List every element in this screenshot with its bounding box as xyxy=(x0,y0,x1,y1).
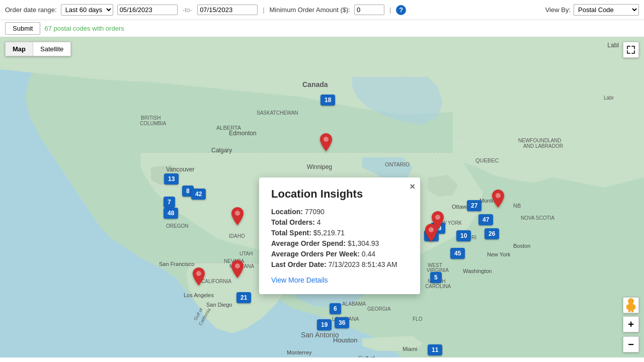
popup-last-order: Last Order Date: 7/13/2023 8:51:43 AM xyxy=(271,260,408,268)
satellite-btn[interactable]: Satellite xyxy=(33,42,70,56)
svg-text:Houston: Houston xyxy=(333,336,357,344)
svg-text:Labr: Labr xyxy=(604,95,614,101)
svg-text:Calgary: Calgary xyxy=(211,147,232,154)
svg-text:Boston: Boston xyxy=(513,243,530,249)
popup-location: Location: 77090 xyxy=(271,208,408,216)
popup-avg-order-value: $1,304.93 xyxy=(348,239,379,247)
cluster-marker[interactable]: 5 xyxy=(430,272,442,283)
svg-text:RI: RI xyxy=(471,235,476,240)
popup-total-spent-label: Total Spent: xyxy=(271,229,311,237)
map-btn[interactable]: Map xyxy=(6,42,33,56)
cluster-marker[interactable]: 48 xyxy=(164,208,178,219)
location-insights-popup: × Location Insights Location: 77090 Tota… xyxy=(259,177,420,294)
cluster-marker[interactable]: 42 xyxy=(191,189,206,200)
svg-text:UTAH: UTAH xyxy=(239,251,253,256)
svg-text:Miami: Miami xyxy=(403,346,417,352)
popup-total-orders: Total Orders: 4 xyxy=(271,218,408,226)
svg-rect-74 xyxy=(628,310,630,312)
date-from-input[interactable] xyxy=(117,5,178,15)
cluster-marker[interactable]: 10 xyxy=(456,230,471,241)
fullscreen-button[interactable] xyxy=(623,42,639,58)
zoom-in-button[interactable]: + xyxy=(623,316,639,332)
cluster-marker[interactable]: 13 xyxy=(164,173,179,185)
svg-rect-72 xyxy=(626,305,628,309)
svg-point-76 xyxy=(235,211,240,216)
cluster-marker[interactable]: 26 xyxy=(485,228,499,239)
date-to-input[interactable] xyxy=(197,5,258,15)
view-by-select[interactable]: Postal Code State Country xyxy=(574,4,639,16)
popup-avg-order-label: Average Order Spend: xyxy=(271,239,346,247)
cluster-marker[interactable]: 45 xyxy=(450,248,465,259)
view-by-label: View By: xyxy=(545,6,571,14)
cluster-marker[interactable]: 27 xyxy=(467,200,481,211)
svg-rect-71 xyxy=(628,304,634,311)
cluster-marker[interactable]: 18 xyxy=(320,95,335,106)
pin-marker[interactable] xyxy=(320,133,332,153)
popup-avg-orders-week: Average Orders Per Week: 0.44 xyxy=(271,250,408,258)
svg-text:FLO: FLO xyxy=(413,316,423,322)
svg-text:Monterrey: Monterrey xyxy=(287,349,312,355)
pin-marker[interactable] xyxy=(193,267,205,287)
svg-text:Vancouver: Vancouver xyxy=(166,166,194,173)
svg-text:Edmonton: Edmonton xyxy=(229,130,257,137)
svg-text:Washington: Washington xyxy=(463,268,492,274)
popup-location-value: 77090 xyxy=(305,208,325,216)
cluster-marker[interactable]: 7 xyxy=(164,197,175,208)
date-separator: -to- xyxy=(182,6,194,14)
popup-total-orders-value: 4 xyxy=(317,218,321,226)
help-icon[interactable]: ? xyxy=(396,5,406,15)
pin-marker[interactable] xyxy=(231,260,244,280)
cluster-marker[interactable]: 47 xyxy=(478,214,493,225)
svg-text:IDAHO: IDAHO xyxy=(229,233,245,239)
popup-avg-orders-week-label: Average Orders Per Week: xyxy=(271,250,360,258)
map-label-partial: Labl xyxy=(607,42,619,49)
pin-marker[interactable] xyxy=(231,207,244,227)
popup-last-order-label: Last Order Date: xyxy=(271,260,327,268)
topbar: Order date range: Last 60 days Last 30 d… xyxy=(0,0,644,20)
map-container[interactable]: Canada ALBERTA SASKATCHEWAN BRITISH COLU… xyxy=(0,37,644,357)
svg-text:AND LABRADOR: AND LABRADOR xyxy=(523,143,563,149)
cluster-marker[interactable]: 36 xyxy=(335,317,349,328)
view-by-container: View By: Postal Code State Country xyxy=(545,4,639,16)
svg-text:Winnipeg: Winnipeg xyxy=(307,163,332,170)
svg-text:NB: NB xyxy=(513,203,521,209)
svg-point-82 xyxy=(429,227,434,232)
submit-button[interactable]: Submit xyxy=(5,22,40,35)
postal-count-text: 67 postal codes with orders xyxy=(44,25,124,32)
popup-close-button[interactable]: × xyxy=(410,182,415,192)
svg-text:New York: New York xyxy=(487,251,511,257)
svg-rect-73 xyxy=(633,305,635,309)
svg-point-77 xyxy=(235,263,240,268)
pipe-separator2: | xyxy=(388,6,392,14)
map-type-control: Map Satellite xyxy=(5,42,71,56)
order-date-range-label: Order date range: xyxy=(5,6,57,14)
svg-text:CALIFORNIA: CALIFORNIA xyxy=(201,279,231,284)
svg-text:SASKATCHEWAN: SASKATCHEWAN xyxy=(257,110,298,116)
popup-avg-order: Average Order Spend: $1,304.93 xyxy=(271,239,408,247)
streetview-button[interactable] xyxy=(623,297,639,313)
popup-location-label: Location: xyxy=(271,208,303,216)
svg-text:ALABAMA: ALABAMA xyxy=(342,301,366,307)
pin-marker[interactable] xyxy=(425,224,437,243)
svg-text:San Diego: San Diego xyxy=(206,302,232,308)
min-order-input[interactable] xyxy=(354,5,384,15)
svg-text:OREGON: OREGON xyxy=(166,223,188,229)
svg-text:NOVA SCOTIA: NOVA SCOTIA xyxy=(521,215,554,221)
svg-text:QUEBEC: QUEBEC xyxy=(475,157,499,163)
popup-total-spent-value: $5,219.71 xyxy=(313,229,345,237)
svg-text:Los Angeles: Los Angeles xyxy=(184,292,214,298)
cluster-marker[interactable]: 21 xyxy=(236,292,251,303)
svg-text:Canada: Canada xyxy=(302,80,328,88)
date-range-select[interactable]: Last 60 days Last 30 days Last 90 days C… xyxy=(61,4,113,16)
cluster-marker[interactable]: 6 xyxy=(330,303,341,314)
zoom-out-button[interactable]: − xyxy=(623,336,639,352)
svg-text:CAROLINA: CAROLINA xyxy=(425,284,451,289)
view-more-details-link[interactable]: View More Details xyxy=(271,276,328,284)
cluster-marker[interactable]: 11 xyxy=(428,344,442,355)
svg-text:ONTARIO: ONTARIO xyxy=(385,161,410,167)
svg-rect-75 xyxy=(631,310,633,312)
svg-text:BRITISH: BRITISH xyxy=(141,115,160,121)
cluster-marker[interactable]: 19 xyxy=(317,319,332,330)
secondbar: Submit 67 postal codes with orders xyxy=(0,20,644,37)
pin-marker[interactable] xyxy=(492,190,504,209)
